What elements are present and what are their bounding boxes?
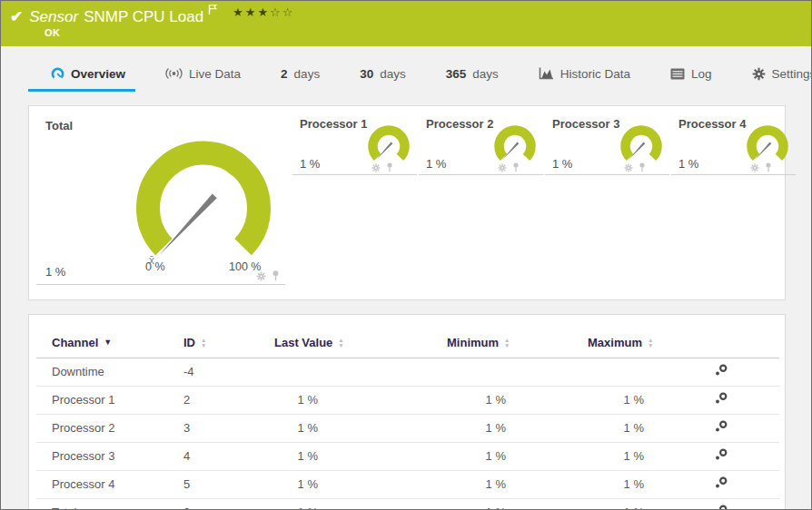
tab-label: days: [472, 67, 499, 81]
status-badge: OK: [45, 27, 61, 38]
pin-gauge-icon[interactable]: [512, 162, 520, 172]
pin-gauge-icon[interactable]: [386, 162, 393, 172]
gauge-icon: [51, 67, 64, 81]
tab-label: days: [294, 67, 321, 81]
tab-label: Live Data: [189, 67, 241, 81]
gauge-cell-processor-1: Processor 1 1 %: [292, 115, 417, 175]
sensor-header: ✔ SensorSNMP CPU Load ★★★☆☆ OK: [1, 1, 811, 46]
minimum-value: 1 %: [447, 421, 506, 435]
last-value: 1 %: [274, 505, 318, 510]
title-prefix: Sensor: [29, 8, 78, 25]
table-row-processor-4: Processor 4 5 1 % 1 % 1 %: [36, 471, 779, 499]
prtg-sensor-page: ✔ SensorSNMP CPU Load ★★★☆☆ OK Overview: [0, 0, 812, 510]
maximum-value: 1 %: [588, 449, 644, 463]
tab-label: Historic Data: [560, 67, 630, 81]
channel-name: Total: [36, 499, 183, 510]
log-icon: [670, 68, 685, 80]
gauge-value: 1 %: [426, 157, 446, 171]
active-tab-underline: [28, 89, 135, 92]
channel-settings-gear-icon[interactable]: [256, 271, 266, 281]
gauge-cell-total: Total x̄ 1 % 0 % 100 %: [36, 113, 285, 285]
sort-icon: ▲▼: [201, 338, 206, 348]
maximum-value: 1 %: [588, 421, 644, 435]
table-row-processor-1: Processor 1 2 1 % 1 % 1 %: [36, 387, 779, 415]
column-header-last-value[interactable]: Last Value▲▼: [274, 329, 447, 358]
channel-id: 0: [183, 499, 274, 510]
channel-name: Processor 1: [36, 387, 183, 415]
channel-settings-gear-icon[interactable]: [498, 163, 507, 172]
sensor-name: SNMP CPU Load: [84, 8, 203, 25]
tab-settings[interactable]: Settings: [752, 67, 812, 81]
sort-desc-icon: ▼: [104, 338, 112, 347]
maximum-value: 1 %: [588, 393, 644, 407]
channels-table: Channel▼ ID▲▼ Last Value▲▼ Minimum▲▼ Max…: [36, 329, 779, 510]
gauge-value: 1 %: [45, 265, 65, 279]
pin-gauge-icon[interactable]: [639, 162, 646, 172]
table-header-row: Channel▼ ID▲▼ Last Value▲▼ Minimum▲▼ Max…: [36, 329, 779, 358]
channel-id: 5: [183, 471, 274, 499]
column-header-maximum[interactable]: Maximum▲▼: [588, 329, 713, 358]
live-data-icon: [165, 67, 183, 80]
channel-settings-gears-icon[interactable]: [713, 392, 728, 405]
channel-settings-gears-icon[interactable]: [713, 476, 728, 489]
column-header-channel[interactable]: Channel▼: [36, 329, 183, 358]
priority-stars[interactable]: ★★★☆☆: [233, 5, 294, 19]
table-row-processor-2: Processor 2 3 1 % 1 % 1 %: [36, 415, 779, 443]
table-row-downtime: Downtime -4: [36, 358, 779, 387]
tab-label: days: [380, 67, 406, 81]
historic-data-icon: [539, 67, 554, 80]
last-value: 1 %: [274, 421, 318, 435]
channel-settings-gears-icon[interactable]: [713, 448, 728, 461]
minimum-value: 1 %: [447, 449, 506, 463]
table-row-processor-3: Processor 3 4 1 % 1 % 1 %: [36, 443, 779, 471]
pin-gauge-icon[interactable]: [272, 270, 280, 281]
channel-settings-gears-icon[interactable]: [713, 505, 728, 510]
tab-live-data[interactable]: Live Data: [165, 67, 241, 81]
tab-overview[interactable]: Overview: [51, 67, 125, 81]
tab-365-days[interactable]: 365 days: [446, 67, 499, 81]
table-row-total: Total 0 1 % 1 % 1 %: [36, 499, 779, 510]
minimum-value: 1 %: [447, 477, 506, 491]
tab-historic-data[interactable]: Historic Data: [539, 67, 630, 81]
tab-label: Log: [691, 67, 712, 81]
channel-settings-gear-icon[interactable]: [750, 163, 759, 172]
pin-gauge-icon[interactable]: [765, 162, 772, 172]
channel-settings-gear-icon[interactable]: [371, 163, 381, 172]
last-value: 1 %: [274, 449, 318, 463]
channel-settings-gear-icon[interactable]: [624, 163, 633, 172]
total-gauge: x̄: [124, 130, 283, 277]
gauge-cell-processor-2: Processor 2 1 %: [419, 115, 543, 175]
gauge-min-label: 0 %: [145, 260, 165, 273]
channel-name: Processor 2: [36, 415, 183, 443]
minimum-value: 1 %: [447, 393, 506, 407]
channel-settings-gears-icon[interactable]: [713, 420, 728, 433]
sort-icon: ▲▼: [338, 338, 343, 348]
gauge-value: 1 %: [678, 157, 698, 171]
column-header-id[interactable]: ID▲▼: [183, 329, 274, 358]
channel-id: 4: [183, 443, 274, 471]
maximum-value: 1 %: [588, 477, 644, 491]
gauge-cell-processor-3: Processor 3 1 %: [545, 115, 669, 175]
last-value: 1 %: [274, 393, 318, 407]
channel-name: Processor 3: [36, 443, 183, 471]
priority-flag-icon[interactable]: [208, 4, 218, 15]
tab-2-days[interactable]: 2 days: [281, 67, 320, 81]
gauge-value: 1 %: [552, 157, 572, 171]
gauges-panel: Total x̄ 1 % 0 % 100 %: [28, 105, 786, 300]
channel-id: 3: [183, 415, 274, 443]
sort-icon: ▲▼: [648, 338, 653, 348]
settings-gear-icon: [752, 67, 766, 81]
column-header-minimum[interactable]: Minimum▲▼: [447, 329, 588, 358]
tab-label: Overview: [71, 67, 125, 81]
last-value: 1 %: [274, 477, 318, 491]
channels-panel: Channel▼ ID▲▼ Last Value▲▼ Minimum▲▼ Max…: [28, 314, 786, 510]
ok-check-icon: ✔: [10, 7, 23, 27]
sort-icon: ▲▼: [504, 338, 510, 348]
tab-30-days[interactable]: 30 days: [360, 67, 406, 81]
tab-log[interactable]: Log: [670, 67, 712, 81]
gauge-title: Total: [45, 119, 73, 132]
channel-id: 2: [183, 387, 274, 415]
minimum-value: 1 %: [447, 505, 506, 510]
gauge-title: Processor 2: [426, 117, 493, 131]
channel-settings-gears-icon[interactable]: [713, 364, 728, 377]
